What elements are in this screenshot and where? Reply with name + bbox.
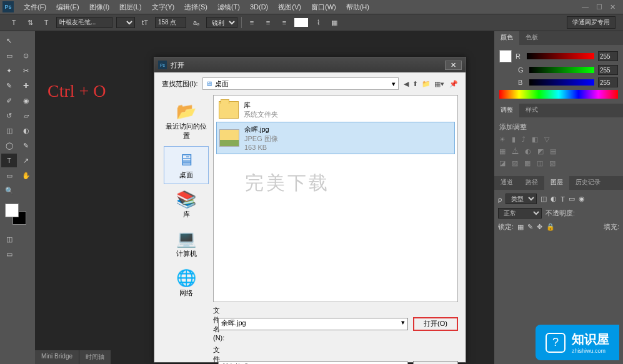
move-tool[interactable]: ↖ [1,34,17,47]
hand-tool[interactable]: ✋ [18,169,34,182]
list-item[interactable]: 余晖.jpgJPEG 图像163 KB [216,122,455,154]
eyedrop-tool[interactable]: ✎ [1,79,17,92]
quickmask-tool[interactable]: ◫ [1,232,17,246]
bw-icon[interactable]: ◐ [525,147,531,155]
font-size-input[interactable] [155,17,186,28]
place-computer[interactable]: 💻计算机 [164,225,209,263]
vibrance-icon[interactable]: ▽ [544,135,549,144]
filter-adj-icon[interactable]: ◐ [551,195,557,203]
balance-icon[interactable]: ⏅ [512,147,519,155]
text-orientation-icon[interactable]: ⇅ [24,16,36,29]
poster-icon[interactable]: ▨ [512,159,518,167]
lock-pos-icon[interactable]: ✥ [537,223,542,231]
place-desktop[interactable]: 🖥桌面 [164,146,209,184]
watermark-button[interactable]: 学通网罗专用 [567,16,616,29]
align-right-icon[interactable]: ≡ [278,16,291,29]
menu-filter[interactable]: 滤镜(T) [212,1,245,13]
antialias-select[interactable]: 锐利 [206,17,237,28]
place-recent[interactable]: 📂最近访问的位置 [164,97,209,145]
menu-layer[interactable]: 图层(L) [114,1,146,13]
gradient-tool[interactable]: ◫ [1,124,17,137]
maximize-icon[interactable]: ☐ [596,3,602,11]
b-slider[interactable] [529,79,594,86]
menu-edit[interactable]: 编辑(E) [51,1,84,13]
invert-icon[interactable]: ◪ [499,159,506,167]
history-brush-tool[interactable]: ↺ [1,109,17,122]
g-input[interactable] [598,65,618,75]
b-input[interactable] [598,77,618,87]
filter-smart-icon[interactable]: ◉ [579,195,585,203]
g-slider[interactable] [529,67,594,73]
menu-file[interactable]: 文件(F) [19,1,51,13]
blend-mode-select[interactable]: 正常 [498,208,542,219]
brush-tool[interactable]: ✐ [1,94,17,107]
color-preview[interactable] [499,50,512,62]
filetype-select[interactable]: 所有格式▾ [218,362,408,364]
char-panel-icon[interactable]: ▦ [328,16,341,29]
file-list[interactable]: 库系统文件夹 余晖.jpgJPEG 图像163 KB 完美下载 [213,95,458,302]
tab-timeline[interactable]: 时间轴 [79,350,111,364]
lookin-select[interactable]: 🖥 桌面 ▾ [202,77,399,90]
tab-channels[interactable]: 通道 [494,176,519,190]
minimize-icon[interactable]: — [582,3,589,11]
up-icon[interactable]: ⬆ [412,80,418,88]
tab-history[interactable]: 历史记录 [569,176,607,190]
kind-select[interactable]: 类型 [506,194,537,204]
menu-help[interactable]: 帮助(H) [341,1,374,13]
open-button[interactable]: 打开(O) [413,317,458,331]
lock-all-icon[interactable]: 🔒 [546,223,555,231]
tab-minibridge[interactable]: Mini Bridge [35,350,79,364]
foreground-color[interactable] [5,204,19,217]
filter-type-icon[interactable]: T [561,195,565,203]
exposure-icon[interactable]: ◧ [532,135,538,144]
path-tool[interactable]: ↗ [18,154,34,167]
place-library[interactable]: 📚库 [164,185,209,224]
dodge-tool[interactable]: ◯ [1,139,17,152]
curves-icon[interactable]: ⤴ [522,135,526,144]
mixer-icon[interactable]: ▤ [550,147,556,155]
type-tool[interactable]: T [1,154,17,167]
dialog-titlebar[interactable]: Ps 打开 ✕ [154,57,466,72]
gradmap-icon[interactable]: ◫ [537,159,543,167]
pen-tool[interactable]: ✎ [18,139,34,152]
filter-img-icon[interactable]: ◫ [541,195,547,203]
crop-tool[interactable]: ✂ [18,64,34,77]
text-box-icon[interactable]: T [40,16,52,29]
menu-image[interactable]: 图像(I) [84,1,114,13]
tab-adjust[interactable]: 调整 [494,104,519,117]
filename-input[interactable]: 余晖.jpg▾ [218,318,408,330]
filter-shape-icon[interactable]: ▭ [569,195,575,203]
photo-filter-icon[interactable]: ◩ [537,147,544,155]
view-icon[interactable]: ▦▾ [434,80,444,88]
wand-tool[interactable]: ✦ [1,64,17,77]
hue-icon[interactable]: ▦ [499,147,506,155]
dialog-close-button[interactable]: ✕ [445,61,462,70]
align-left-icon[interactable]: ≡ [246,16,258,29]
tab-layers[interactable]: 图层 [544,176,569,190]
lock-pix-icon[interactable]: ✎ [527,223,533,231]
shape-tool[interactable]: ▭ [1,169,17,182]
menu-text[interactable]: 文字(Y) [147,1,180,13]
menu-view[interactable]: 视图(V) [273,1,306,13]
close-icon[interactable]: ✕ [610,3,616,11]
newfolder-icon[interactable]: 📁 [422,80,431,88]
heal-tool[interactable]: ✚ [18,79,34,92]
back-icon[interactable]: ◀ [404,80,409,88]
brightness-icon[interactable]: ☀ [499,135,506,144]
menu-window[interactable]: 窗口(W) [306,1,341,13]
font-style-select[interactable]: - [116,17,135,28]
zoom-tool[interactable]: 🔍 [1,184,17,197]
lasso-tool[interactable]: ⊙ [18,49,34,62]
stamp-tool[interactable]: ◉ [18,94,34,107]
r-input[interactable] [598,51,618,61]
place-network[interactable]: 🌐网络 [164,264,209,302]
tab-styles[interactable]: 样式 [519,104,544,117]
list-item[interactable]: 库系统文件夹 [216,98,455,122]
threshold-icon[interactable]: ▩ [524,159,531,167]
align-center-icon[interactable]: ≡ [262,16,274,29]
tab-color[interactable]: 颜色 [494,31,519,45]
tab-paths[interactable]: 路径 [519,176,544,190]
cancel-button[interactable]: 取消 [413,361,458,364]
menu-3d[interactable]: 3D(D) [245,2,273,12]
selcolor-icon[interactable]: ▧ [549,159,556,167]
